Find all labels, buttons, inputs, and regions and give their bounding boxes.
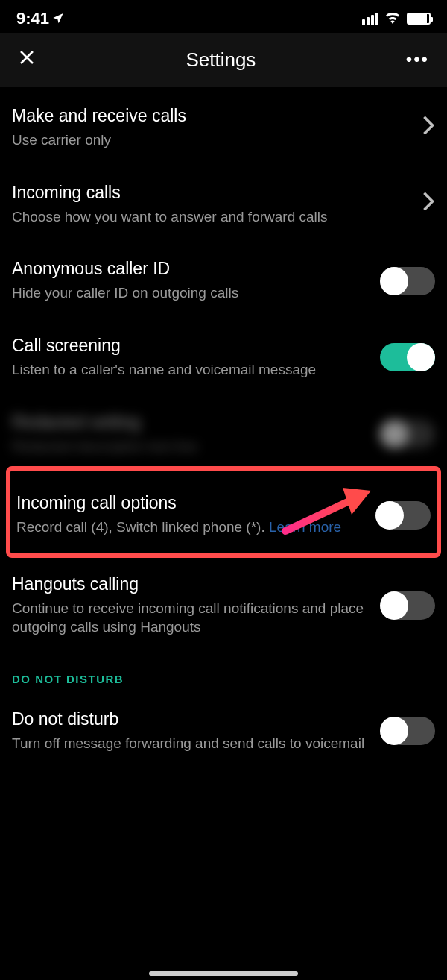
- chevron-right-icon: [422, 115, 435, 141]
- annotation-highlight-box: Incoming call options Record call (4), S…: [6, 466, 441, 558]
- row-incoming-call-options: Incoming call options Record call (4), S…: [16, 474, 431, 550]
- row-subtitle: Hide your caller ID on outgoing calls: [12, 283, 368, 303]
- row-subtitle: Turn off message forwarding and send cal…: [12, 734, 368, 753]
- row-title: Anonymous caller ID: [12, 259, 368, 279]
- signal-icon: [362, 13, 378, 25]
- learn-more-link[interactable]: Learn more: [269, 519, 341, 535]
- row-incoming-calls[interactable]: Incoming calls Choose how you want to an…: [12, 163, 435, 240]
- row-subtitle: Redacted description text line: [12, 437, 368, 456]
- toggle-anonymous-caller-id[interactable]: [380, 267, 435, 295]
- location-icon: [52, 9, 64, 28]
- row-title: Redacted setting: [12, 412, 368, 433]
- row-title: Hangouts calling: [12, 574, 368, 594]
- toggle-incoming-call-options[interactable]: [375, 501, 431, 530]
- home-indicator[interactable]: [149, 971, 298, 976]
- row-hangouts-calling: Hangouts calling Continue to receive inc…: [12, 555, 435, 650]
- close-icon[interactable]: [18, 48, 36, 72]
- row-title: Incoming calls: [12, 183, 410, 203]
- app-header: Settings •••: [0, 33, 447, 87]
- row-subtitle: Choose how you want to answer and forwar…: [12, 207, 410, 227]
- row-title: Call screening: [12, 336, 368, 356]
- section-label-dnd: DO NOT DISTURB: [12, 650, 435, 690]
- row-anonymous-caller-id: Anonymous caller ID Hide your caller ID …: [12, 239, 435, 316]
- row-make-receive-calls[interactable]: Make and receive calls Use carrier only: [12, 87, 435, 163]
- toggle-do-not-disturb[interactable]: [380, 717, 435, 745]
- row-call-screening: Call screening Listen to a caller's name…: [12, 316, 435, 393]
- more-icon[interactable]: •••: [406, 49, 429, 70]
- row-subtitle: Continue to receive incoming call notifi…: [12, 599, 368, 637]
- chevron-right-icon: [422, 191, 435, 217]
- page-title: Settings: [186, 48, 256, 72]
- row-subtitle: Record call (4), Switch linked phone (*)…: [16, 518, 364, 537]
- toggle-hangouts-calling[interactable]: [380, 591, 435, 620]
- row-title: Do not disturb: [12, 709, 368, 729]
- row-title: Incoming call options: [16, 493, 364, 513]
- row-do-not-disturb: Do not disturb Turn off message forwardi…: [12, 690, 435, 767]
- row-subtitle: Use carrier only: [12, 131, 410, 150]
- toggle-redacted[interactable]: [380, 420, 435, 448]
- row-title: Make and receive calls: [12, 106, 410, 126]
- battery-icon: [407, 13, 431, 25]
- wifi-icon: [384, 9, 401, 28]
- toggle-call-screening[interactable]: [380, 343, 435, 371]
- status-time: 9:41: [16, 9, 49, 28]
- row-redacted: Redacted setting Redacted description te…: [12, 393, 435, 470]
- row-subtitle: Listen to a caller's name and voicemail …: [12, 360, 368, 380]
